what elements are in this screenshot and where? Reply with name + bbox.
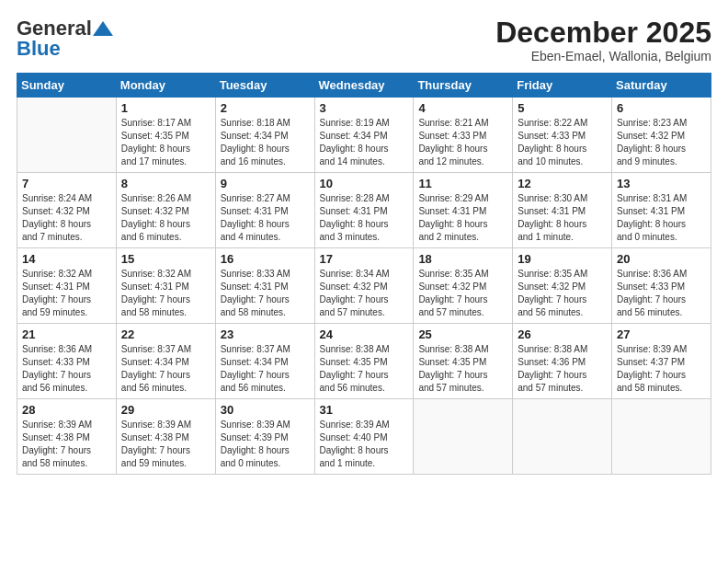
calendar-cell: 7Sunrise: 8:24 AM Sunset: 4:32 PM Daylig… [17,173,117,248]
page: General Blue December 2025 Eben-Emael, W… [0,0,728,563]
day-info: Sunrise: 8:32 AM Sunset: 4:31 PM Dayligh… [22,268,111,319]
calendar-week-row: 14Sunrise: 8:32 AM Sunset: 4:31 PM Dayli… [17,248,711,324]
calendar-header-row: SundayMondayTuesdayWednesdayThursdayFrid… [17,74,711,98]
calendar-col-header: Sunday [17,74,117,98]
calendar-cell: 10Sunrise: 8:28 AM Sunset: 4:31 PM Dayli… [314,173,414,248]
calendar-cell: 11Sunrise: 8:29 AM Sunset: 4:31 PM Dayli… [414,173,513,248]
calendar-cell: 4Sunrise: 8:21 AM Sunset: 4:33 PM Daylig… [414,98,513,173]
day-info: Sunrise: 8:39 AM Sunset: 4:37 PM Dayligh… [617,343,706,395]
calendar-cell: 30Sunrise: 8:39 AM Sunset: 4:39 PM Dayli… [215,399,314,475]
calendar-cell: 31Sunrise: 8:39 AM Sunset: 4:40 PM Dayli… [314,399,414,475]
calendar-week-row: 1Sunrise: 8:17 AM Sunset: 4:35 PM Daylig… [17,98,711,173]
day-info: Sunrise: 8:23 AM Sunset: 4:32 PM Dayligh… [617,117,706,168]
calendar-cell: 3Sunrise: 8:19 AM Sunset: 4:34 PM Daylig… [314,98,414,173]
day-number: 8 [121,177,210,190]
day-number: 4 [418,101,507,115]
day-number: 16 [221,252,310,266]
calendar-cell: 15Sunrise: 8:32 AM Sunset: 4:31 PM Dayli… [116,248,215,324]
day-number: 12 [518,177,607,190]
day-info: Sunrise: 8:34 AM Sunset: 4:32 PM Dayligh… [320,268,409,319]
calendar-cell: 20Sunrise: 8:36 AM Sunset: 4:33 PM Dayli… [612,248,711,324]
day-info: Sunrise: 8:33 AM Sunset: 4:31 PM Dayligh… [221,268,310,319]
calendar-cell: 22Sunrise: 8:37 AM Sunset: 4:34 PM Dayli… [116,324,215,399]
day-info: Sunrise: 8:29 AM Sunset: 4:31 PM Dayligh… [418,192,507,244]
calendar-cell: 27Sunrise: 8:39 AM Sunset: 4:37 PM Dayli… [612,324,711,399]
calendar-cell: 9Sunrise: 8:27 AM Sunset: 4:31 PM Daylig… [215,173,314,248]
day-info: Sunrise: 8:35 AM Sunset: 4:32 PM Dayligh… [518,268,607,319]
day-info: Sunrise: 8:24 AM Sunset: 4:32 PM Dayligh… [22,192,111,244]
month-title: December 2025 [495,17,711,49]
day-info: Sunrise: 8:32 AM Sunset: 4:31 PM Dayligh… [121,268,210,319]
calendar-cell: 28Sunrise: 8:39 AM Sunset: 4:38 PM Dayli… [17,399,117,475]
day-number: 29 [121,403,210,417]
logo: General Blue [17,17,114,61]
calendar-week-row: 7Sunrise: 8:24 AM Sunset: 4:32 PM Daylig… [17,173,711,248]
calendar-cell: 13Sunrise: 8:31 AM Sunset: 4:31 PM Dayli… [612,173,711,248]
day-info: Sunrise: 8:26 AM Sunset: 4:32 PM Dayligh… [121,192,210,244]
day-number: 25 [418,327,507,341]
day-info: Sunrise: 8:38 AM Sunset: 4:35 PM Dayligh… [320,343,409,395]
calendar-cell: 2Sunrise: 8:18 AM Sunset: 4:34 PM Daylig… [215,98,314,173]
calendar-cell: 26Sunrise: 8:38 AM Sunset: 4:36 PM Dayli… [513,324,612,399]
calendar-cell: 21Sunrise: 8:36 AM Sunset: 4:33 PM Dayli… [17,324,117,399]
day-number: 31 [320,403,409,417]
day-info: Sunrise: 8:27 AM Sunset: 4:31 PM Dayligh… [221,192,310,244]
calendar-col-header: Thursday [414,74,513,98]
day-number: 24 [320,327,409,341]
calendar-cell: 17Sunrise: 8:34 AM Sunset: 4:32 PM Dayli… [314,248,414,324]
calendar-cell [612,399,711,475]
calendar-cell: 14Sunrise: 8:32 AM Sunset: 4:31 PM Dayli… [17,248,117,324]
calendar-cell: 25Sunrise: 8:38 AM Sunset: 4:35 PM Dayli… [414,324,513,399]
calendar-cell: 24Sunrise: 8:38 AM Sunset: 4:35 PM Dayli… [314,324,414,399]
day-number: 15 [121,252,210,266]
day-number: 17 [320,252,409,266]
calendar-cell [17,98,117,173]
day-info: Sunrise: 8:37 AM Sunset: 4:34 PM Dayligh… [221,343,310,395]
day-number: 18 [418,252,507,266]
logo-blue: Blue [17,37,61,61]
day-number: 13 [617,177,706,190]
day-info: Sunrise: 8:36 AM Sunset: 4:33 PM Dayligh… [22,343,111,395]
calendar-cell: 8Sunrise: 8:26 AM Sunset: 4:32 PM Daylig… [116,173,215,248]
day-number: 23 [221,327,310,341]
header: General Blue December 2025 Eben-Emael, W… [17,17,711,63]
day-number: 20 [617,252,706,266]
day-info: Sunrise: 8:28 AM Sunset: 4:31 PM Dayligh… [320,192,409,244]
day-info: Sunrise: 8:38 AM Sunset: 4:35 PM Dayligh… [418,343,507,395]
day-number: 30 [221,403,310,417]
day-info: Sunrise: 8:36 AM Sunset: 4:33 PM Dayligh… [617,268,706,319]
day-info: Sunrise: 8:21 AM Sunset: 4:33 PM Dayligh… [418,117,507,168]
calendar-cell: 1Sunrise: 8:17 AM Sunset: 4:35 PM Daylig… [116,98,215,173]
day-number: 2 [221,101,310,115]
day-number: 27 [617,327,706,341]
day-info: Sunrise: 8:39 AM Sunset: 4:38 PM Dayligh… [121,419,210,470]
calendar-week-row: 28Sunrise: 8:39 AM Sunset: 4:38 PM Dayli… [17,399,711,475]
calendar-cell [414,399,513,475]
calendar-col-header: Wednesday [314,74,414,98]
day-info: Sunrise: 8:37 AM Sunset: 4:34 PM Dayligh… [121,343,210,395]
calendar-week-row: 21Sunrise: 8:36 AM Sunset: 4:33 PM Dayli… [17,324,711,399]
calendar-cell: 6Sunrise: 8:23 AM Sunset: 4:32 PM Daylig… [612,98,711,173]
day-info: Sunrise: 8:39 AM Sunset: 4:38 PM Dayligh… [22,419,111,470]
day-number: 26 [518,327,607,341]
day-number: 10 [320,177,409,190]
day-number: 11 [418,177,507,190]
day-number: 22 [121,327,210,341]
day-info: Sunrise: 8:30 AM Sunset: 4:31 PM Dayligh… [518,192,607,244]
calendar-col-header: Friday [513,74,612,98]
day-number: 14 [22,252,111,266]
day-number: 19 [518,252,607,266]
calendar-cell: 18Sunrise: 8:35 AM Sunset: 4:32 PM Dayli… [414,248,513,324]
day-info: Sunrise: 8:22 AM Sunset: 4:33 PM Dayligh… [518,117,607,168]
calendar-col-header: Saturday [612,74,711,98]
day-info: Sunrise: 8:17 AM Sunset: 4:35 PM Dayligh… [121,117,210,168]
day-number: 7 [22,177,111,190]
day-number: 1 [121,101,210,115]
day-number: 28 [22,403,111,417]
day-info: Sunrise: 8:18 AM Sunset: 4:34 PM Dayligh… [221,117,310,168]
location: Eben-Emael, Wallonia, Belgium [495,49,711,63]
day-info: Sunrise: 8:38 AM Sunset: 4:36 PM Dayligh… [518,343,607,395]
day-number: 3 [320,101,409,115]
title-block: December 2025 Eben-Emael, Wallonia, Belg… [495,17,711,63]
day-info: Sunrise: 8:39 AM Sunset: 4:40 PM Dayligh… [320,419,409,470]
